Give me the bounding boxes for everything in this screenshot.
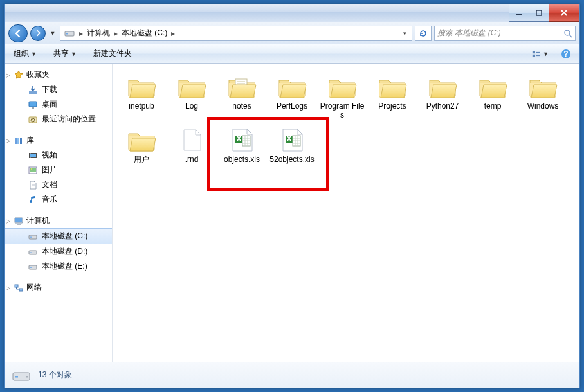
svg-rect-21	[30, 154, 36, 157]
file-item[interactable]: X 52objects.xls	[267, 125, 317, 166]
file-name: .rnd	[185, 155, 199, 164]
folder-icon	[126, 74, 157, 100]
sidebar-item-videos[interactable]: 视频	[5, 148, 112, 163]
sidebar-network[interactable]: ▷ 网络	[5, 280, 112, 295]
svg-rect-14	[32, 107, 34, 109]
organize-menu[interactable]: 组织 ▼	[10, 46, 41, 61]
forward-button[interactable]	[30, 26, 46, 41]
sidebar-item-drive-c[interactable]: 本地磁盘 (C:)	[5, 228, 112, 244]
svg-rect-62	[15, 376, 18, 378]
minimize-button[interactable]	[509, 4, 529, 22]
drive-icon	[28, 247, 38, 257]
sidebar-computer-group: ▷ 计算机 本地磁盘 (C:) 本地磁盘 (D:) 本地磁盘 (E:)	[5, 213, 112, 274]
library-icon	[14, 136, 24, 146]
breadcrumb-sep[interactable]: ▸	[112, 28, 120, 39]
view-icon	[532, 49, 542, 58]
sidebar: ▷ 收藏夹 下载 桌面 最近访问的位置	[5, 64, 113, 362]
refresh-button[interactable]	[415, 26, 432, 41]
drive-icon	[64, 28, 75, 39]
folder-icon	[176, 74, 207, 100]
sidebar-libraries[interactable]: ▷ 库	[5, 133, 112, 148]
view-options-button[interactable]: ▼	[532, 47, 549, 61]
file-name: inetpub	[129, 102, 154, 111]
file-item[interactable]: temp	[468, 71, 518, 122]
address-bar[interactable]: ▸ 计算机 ▸ 本地磁盘 (C:) ▸ ▾	[60, 26, 412, 41]
file-item[interactable]: X objects.xls	[217, 125, 267, 166]
svg-rect-3	[66, 33, 68, 35]
sidebar-item-recent[interactable]: 最近访问的位置	[5, 112, 112, 127]
svg-rect-7	[533, 54, 535, 56]
address-dropdown[interactable]: ▾	[399, 26, 410, 40]
file-view[interactable]: inetpub Log notes PerfLogs Program Files	[113, 64, 579, 362]
svg-rect-38	[30, 267, 32, 267]
file-item[interactable]: Python27	[417, 71, 468, 122]
close-button[interactable]	[549, 4, 579, 22]
breadcrumb-drive-c[interactable]: 本地磁盘 (C:)	[120, 26, 169, 40]
share-menu[interactable]: 共享 ▼	[50, 46, 80, 61]
svg-rect-31	[15, 218, 22, 222]
search-box[interactable]: 搜索 本地磁盘 (C:)	[434, 26, 576, 41]
nav-history-dropdown[interactable]: ▼	[48, 24, 57, 42]
title-bar	[5, 4, 579, 22]
recent-icon	[28, 114, 38, 125]
sidebar-item-pictures[interactable]: 图片	[5, 163, 112, 177]
sidebar-computer[interactable]: ▷ 计算机	[5, 213, 112, 228]
folder-open-icon	[226, 74, 257, 100]
breadcrumb-sep[interactable]: ▸	[77, 28, 85, 39]
folder-icon	[327, 74, 358, 100]
folder-icon	[427, 74, 458, 100]
svg-point-23	[30, 157, 30, 157]
search-icon	[563, 29, 572, 38]
file-name: objects.xls	[224, 155, 260, 164]
svg-rect-25	[30, 168, 36, 172]
file-item[interactable]: Windows	[518, 71, 568, 122]
file-item[interactable]: PerfLogs	[267, 71, 317, 122]
arrow-left-icon	[14, 29, 23, 38]
folder-icon	[477, 74, 508, 100]
sidebar-favorites[interactable]: ▷ 收藏夹	[5, 67, 112, 82]
sidebar-item-drive-d[interactable]: 本地磁盘 (D:)	[5, 244, 112, 259]
file-item[interactable]: Program Files	[317, 71, 367, 122]
explorer-window: ▼ ▸ 计算机 ▸ 本地磁盘 (C:) ▸ ▾ 搜索 本地磁盘 (C:) 组织 …	[4, 4, 580, 388]
sidebar-libraries-group: ▷ 库 视频 图片 文档 音乐	[5, 133, 112, 207]
excel-icon: X	[277, 127, 307, 153]
music-icon	[28, 195, 38, 205]
computer-icon	[14, 216, 24, 226]
sidebar-item-documents[interactable]: 文档	[5, 177, 112, 192]
help-button[interactable]: ?	[558, 47, 574, 61]
svg-point-29	[30, 200, 32, 203]
svg-rect-63	[26, 376, 28, 378]
back-button[interactable]	[8, 24, 28, 42]
svg-rect-1	[536, 10, 542, 15]
file-name: Windows	[527, 102, 559, 111]
breadcrumb-computer[interactable]: 计算机	[85, 26, 112, 40]
network-icon	[14, 283, 24, 293]
svg-point-4	[565, 30, 570, 35]
status-text: 13 个对象	[38, 370, 72, 380]
file-item[interactable]: inetpub	[116, 71, 167, 122]
refresh-icon	[419, 29, 428, 38]
new-folder-button[interactable]: 新建文件夹	[89, 46, 136, 61]
file-item[interactable]: Projects	[367, 71, 417, 122]
download-icon	[28, 85, 38, 95]
svg-text:X: X	[286, 134, 291, 143]
file-item[interactable]: Log	[167, 71, 217, 122]
svg-rect-0	[516, 14, 522, 15]
svg-rect-19	[20, 138, 22, 144]
breadcrumb-sep[interactable]: ▸	[169, 28, 177, 39]
sidebar-item-desktop[interactable]: 桌面	[5, 97, 112, 112]
sidebar-item-music[interactable]: 音乐	[5, 192, 112, 207]
file-name: temp	[484, 102, 502, 111]
svg-text:?: ?	[563, 49, 568, 58]
file-item[interactable]: notes	[217, 71, 267, 122]
body: ▷ 收藏夹 下载 桌面 最近访问的位置	[5, 64, 579, 362]
status-bar: 13 个对象	[5, 362, 579, 388]
file-name: 52objects.xls	[269, 155, 314, 164]
sidebar-item-drive-e[interactable]: 本地磁盘 (E:)	[5, 259, 112, 274]
svg-rect-39	[15, 285, 18, 287]
sidebar-item-downloads[interactable]: 下载	[5, 82, 112, 97]
file-item[interactable]: .rnd	[167, 125, 217, 166]
file-item[interactable]: 用户	[116, 125, 167, 166]
maximize-button[interactable]	[529, 4, 549, 22]
svg-rect-18	[17, 138, 19, 144]
